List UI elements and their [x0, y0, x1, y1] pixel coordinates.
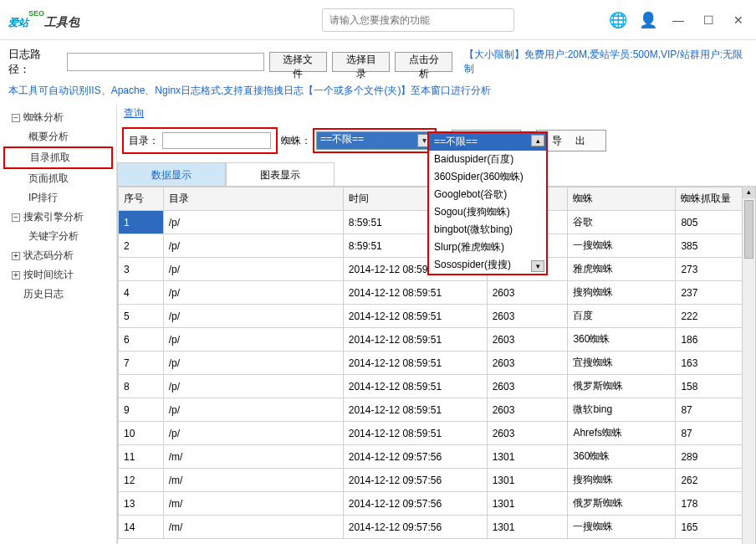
table-row[interactable]: 4/p/2014-12-12 08:59:512603搜狗蜘蛛237 — [119, 281, 755, 305]
tab-数据显示[interactable]: 数据显示 — [117, 162, 226, 186]
spider-select[interactable]: ==不限== ▾ — [316, 131, 433, 150]
cell-time: 2014-12-12 08:59:51 — [343, 398, 487, 422]
cell-total: 2603 — [487, 281, 568, 305]
tree-toggle-icon[interactable]: − — [12, 213, 20, 222]
cell-spider: 搜狗蜘蛛 — [568, 469, 676, 492]
cell-time: 2014-12-12 09:57:56 — [343, 492, 487, 516]
cell-time: 2014-12-12 08:59:51 — [343, 375, 487, 398]
hint-text: 本工具可自动识别IIS、Apache、Nginx日志格式,支持直接拖拽日志【一个… — [0, 84, 756, 105]
column-header[interactable]: 目录 — [163, 187, 343, 211]
sidebar-item-搜索引擎分析[interactable]: −搜索引擎分析 — [0, 208, 116, 227]
cell-dir: /m/ — [163, 492, 343, 516]
table-row[interactable]: 7/p/2014-12-12 08:59:512603宜搜蜘蛛163 — [119, 352, 755, 375]
cell-time: 2014-12-12 08:59:51 — [343, 281, 487, 305]
cell-spider: 360蜘蛛 — [568, 445, 676, 469]
table-row[interactable]: 12/m/2014-12-12 09:57:561301搜狗蜘蛛262 — [119, 469, 755, 492]
dropdown-option[interactable]: Sosospider(搜搜) — [429, 256, 546, 274]
cell-seq: 10 — [119, 422, 164, 445]
dir-input[interactable] — [162, 132, 271, 149]
cell-time: 2014-12-12 09:57:56 — [343, 469, 487, 492]
cell-spider: 谷歌 — [568, 211, 676, 234]
table-row[interactable]: 11/m/2014-12-12 09:57:561301360蜘蛛289 — [119, 445, 755, 469]
cell-spider: 微软bing — [568, 398, 676, 422]
choose-file-button[interactable]: 选择文件 — [269, 52, 327, 72]
dropdown-option[interactable]: 360Spider(360蜘蛛) — [429, 168, 546, 186]
table-row[interactable]: 14/m/2014-12-12 09:57:561301一搜蜘蛛165 — [119, 516, 755, 539]
cell-dir: /p/ — [163, 211, 343, 234]
table-row[interactable]: 8/p/2014-12-12 08:59:512603俄罗斯蜘蛛158 — [119, 375, 755, 398]
dropdown-scroll-down-icon[interactable]: ▾ — [531, 260, 544, 272]
cell-total: 1301 — [487, 516, 568, 539]
sidebar-item-蜘蛛分析[interactable]: −蜘蛛分析 — [0, 108, 116, 127]
cell-total: 2603 — [487, 305, 568, 328]
cell-dir: /m/ — [163, 516, 343, 539]
spider-dropdown[interactable]: ▴ ▾ ==不限==Baiduspider(百度)360Spider(360蜘蛛… — [427, 131, 548, 275]
cell-dir: /p/ — [163, 375, 343, 398]
cell-spider: Ahrefs蜘蛛 — [568, 422, 676, 445]
dropdown-option[interactable]: Slurp(雅虎蜘蛛) — [429, 239, 546, 256]
sidebar-item-IP排行[interactable]: IP排行 — [0, 188, 116, 208]
dropdown-option[interactable]: Baiduspider(百度) — [429, 151, 546, 168]
user-icon[interactable]: 👤 — [639, 11, 657, 29]
log-path-input[interactable] — [67, 53, 264, 71]
table-row[interactable]: 13/m/2014-12-12 09:57:561301俄罗斯蜘蛛178 — [119, 492, 755, 516]
analyze-button[interactable]: 点击分析 — [395, 52, 452, 72]
logo-seo: SEO — [28, 9, 44, 18]
cell-seq: 13 — [119, 492, 164, 516]
spider-select-value: ==不限== — [320, 133, 364, 145]
sidebar-item-概要分析[interactable]: 概要分析 — [0, 127, 116, 146]
vertical-scrollbar[interactable]: ▴ ▾ — [742, 187, 755, 544]
cell-seq: 14 — [119, 516, 164, 539]
table-row[interactable]: 6/p/2014-12-12 08:59:512603360蜘蛛186 — [119, 328, 755, 352]
maximize-button[interactable]: ☐ — [699, 11, 718, 29]
cell-seq: 5 — [119, 305, 164, 328]
log-path-label: 日志路径： — [8, 47, 62, 77]
cell-spider: 搜狗蜘蛛 — [568, 281, 676, 305]
dropdown-option[interactable]: ==不限== — [429, 133, 546, 151]
globe-icon[interactable]: 🌐 — [609, 11, 627, 29]
dropdown-option[interactable]: Googlebot(谷歌) — [429, 186, 546, 203]
tree-toggle-icon[interactable]: − — [12, 114, 20, 122]
cell-dir: /m/ — [163, 445, 343, 469]
table-row[interactable]: 10/p/2014-12-12 08:59:512603Ahrefs蜘蛛87 — [119, 422, 755, 445]
dropdown-scroll-up-icon[interactable]: ▴ — [531, 135, 544, 146]
title-bar: 爱站SEO工具包 🌐 👤 — ☐ ✕ — [0, 0, 756, 40]
cell-total: 2603 — [487, 328, 568, 352]
cell-spider: 百度 — [568, 305, 676, 328]
sidebar-item-页面抓取[interactable]: 页面抓取 — [0, 169, 116, 188]
cell-total: 1301 — [487, 469, 568, 492]
minimize-button[interactable]: — — [669, 11, 687, 29]
choose-dir-button[interactable]: 选择目录 — [332, 52, 390, 72]
tab-图表显示[interactable]: 图表显示 — [226, 162, 335, 186]
scroll-up-icon[interactable]: ▴ — [743, 187, 755, 198]
sidebar-item-目录抓取[interactable]: 目录抓取 — [3, 146, 113, 169]
cell-dir: /p/ — [163, 328, 343, 352]
cell-spider: 雅虎蜘蛛 — [568, 258, 676, 281]
sidebar-item-状态码分析[interactable]: +状态码分析 — [0, 246, 116, 265]
size-limit-note: 【大小限制】免费用户:20M,爱站学员:500M,VIP/站群用户:无限制 — [464, 48, 748, 76]
tree-toggle-icon[interactable]: + — [12, 271, 20, 280]
dropdown-option[interactable]: Sogou(搜狗蜘蛛) — [429, 203, 546, 221]
table-row[interactable]: 9/p/2014-12-12 08:59:512603微软bing87 — [119, 398, 755, 422]
query-link[interactable]: 查询 — [117, 105, 756, 124]
cell-seq: 1 — [119, 211, 164, 234]
close-button[interactable]: ✕ — [729, 11, 748, 29]
cell-seq: 8 — [119, 375, 164, 398]
tree-toggle-icon[interactable]: + — [12, 252, 20, 260]
cell-time: 2014-12-12 08:59:51 — [343, 328, 487, 352]
column-header[interactable]: 序号 — [119, 187, 164, 211]
scroll-thumb[interactable] — [744, 200, 753, 259]
sidebar-item-按时间统计[interactable]: +按时间统计 — [0, 265, 116, 285]
cell-time: 2014-12-12 08:59:51 — [343, 352, 487, 375]
dropdown-option[interactable]: bingbot(微软bing) — [429, 221, 546, 239]
column-header[interactable]: 蜘蛛 — [568, 187, 676, 211]
sidebar-item-历史日志[interactable]: 历史日志 — [0, 285, 116, 304]
sidebar-item-关键字分析[interactable]: 关键字分析 — [0, 227, 116, 246]
spider-label: 蜘蛛： — [281, 134, 311, 148]
cell-total: 2603 — [487, 352, 568, 375]
global-search-input[interactable] — [322, 8, 514, 32]
cell-seq: 6 — [119, 328, 164, 352]
cell-dir: /p/ — [163, 422, 343, 445]
cell-time: 2014-12-12 09:57:56 — [343, 516, 487, 539]
table-row[interactable]: 5/p/2014-12-12 08:59:512603百度222 — [119, 305, 755, 328]
